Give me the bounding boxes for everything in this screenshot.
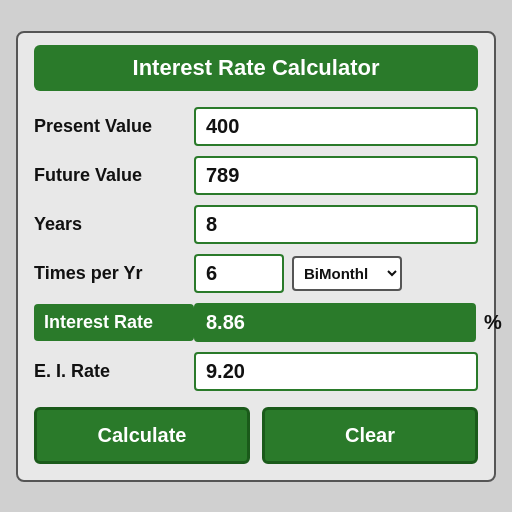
years-label: Years xyxy=(34,214,194,235)
present-value-row: Present Value xyxy=(34,107,478,146)
present-value-label: Present Value xyxy=(34,116,194,137)
future-value-input[interactable] xyxy=(194,156,478,195)
interest-rate-input[interactable] xyxy=(194,303,476,342)
interest-rate-label: Interest Rate xyxy=(34,304,194,341)
calculator-title: Interest Rate Calculator xyxy=(34,45,478,91)
buttons-row: Calculate Clear xyxy=(34,407,478,464)
ei-rate-input[interactable] xyxy=(194,352,478,391)
future-value-label: Future Value xyxy=(34,165,194,186)
calculate-button[interactable]: Calculate xyxy=(34,407,250,464)
times-per-yr-input[interactable] xyxy=(194,254,284,293)
present-value-input[interactable] xyxy=(194,107,478,146)
clear-button[interactable]: Clear xyxy=(262,407,478,464)
future-value-row: Future Value xyxy=(34,156,478,195)
frequency-select[interactable]: BiMonthl Monthly Quarterly Annually xyxy=(292,256,402,291)
interest-rate-row: Interest Rate % xyxy=(34,303,478,342)
times-per-yr-row: Times per Yr BiMonthl Monthly Quarterly … xyxy=(34,254,478,293)
years-input[interactable] xyxy=(194,205,478,244)
calculator-container: Interest Rate Calculator Present Value F… xyxy=(16,31,496,482)
ei-rate-row: E. I. Rate xyxy=(34,352,478,391)
times-per-yr-label: Times per Yr xyxy=(34,263,194,284)
ei-rate-label: E. I. Rate xyxy=(34,361,194,382)
percent-symbol: % xyxy=(484,311,502,334)
years-row: Years xyxy=(34,205,478,244)
